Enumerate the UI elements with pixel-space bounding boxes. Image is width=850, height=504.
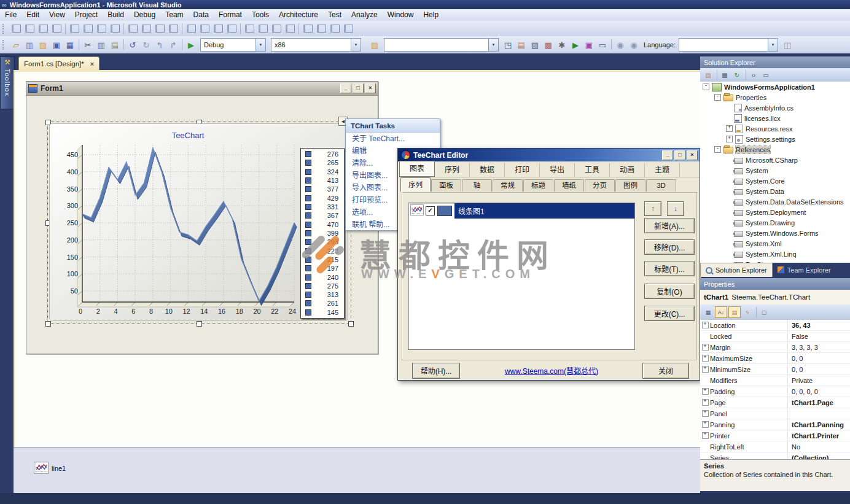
tree-item-system-core[interactable]: System.Core [700,176,850,186]
tree-item-system[interactable]: System [700,165,850,176]
editor-tab-主题[interactable]: 主题 [645,163,680,177]
properties-window-icon[interactable]: ▤ [703,70,714,80]
find-combo[interactable]: ▼ [384,38,499,52]
navigate-forward-icon[interactable]: ↱ [167,39,179,51]
tab-team-explorer[interactable]: Team Explorer [773,263,836,277]
toolbox-tab[interactable]: ⚒ Toolbox [0,56,15,109]
align-rights-icon[interactable] [50,23,63,35]
task-item[interactable]: 关于 TeeChart... [346,133,440,145]
align-to-grid-icon[interactable] [10,23,22,35]
tree-item-microsoft-csharp[interactable]: Microsoft.CSharp [700,155,850,165]
tree-item-references[interactable]: -References [700,144,850,155]
save-icon[interactable]: ▣ [50,39,63,51]
undo-icon[interactable]: ↺ [127,39,139,51]
selection-handle[interactable] [45,321,51,327]
decrease-vertical-spacing-icon[interactable] [257,23,269,35]
solution-platforms-combo[interactable]: x86▼ [271,38,361,52]
properties-window-icon[interactable]: ▤ [515,39,528,51]
steema-link[interactable]: www.Steema.com(慧都总代) [466,365,638,376]
property-row-righttoleft[interactable]: RightToLeftNo [700,441,850,452]
show-all-files-icon[interactable]: ▩ [719,70,730,80]
editor-subtab-序列[interactable]: 序列 [400,177,431,192]
series-color-swatch[interactable] [437,206,452,216]
categorized-icon[interactable]: ▦ [703,307,714,317]
events-icon[interactable]: ϟ [742,307,753,317]
series-visible-checkbox[interactable]: ✓ [426,206,435,215]
center-vertically-icon[interactable] [302,23,314,35]
series-listbox[interactable]: ✓线条图1 [408,203,635,350]
property-row-padding[interactable]: +Padding0, 0, 0, 0 [700,386,850,397]
tab-order-icon[interactable] [342,23,354,35]
tray-item-line1[interactable]: line1 [34,462,66,475]
options-icon[interactable]: ✱ [556,39,568,51]
property-pages-icon[interactable]: ▢ [758,307,770,317]
title-series-button[interactable]: 标题(T)... [644,261,695,276]
navigate-backward-icon[interactable]: ↰ [154,39,166,51]
editor-subtab-图例[interactable]: 图例 [615,179,645,192]
property-row-printer[interactable]: +PrintertChart1.Printer [700,430,850,441]
make-same-height-icon[interactable] [154,23,166,35]
back-icon[interactable]: ◉ [614,39,626,51]
editor-tab-工具[interactable]: 工具 [575,163,610,177]
make-vertical-spacing-equal-icon[interactable] [225,23,238,35]
collapse-icon[interactable]: - [714,146,721,153]
tree-item-system-data[interactable]: System.Data [700,186,850,196]
tab-solution-explorer[interactable]: Solution Explorer [700,263,773,277]
remove-series-button[interactable]: 移除(D)... [644,239,695,255]
tree-item-system-xml-linq[interactable]: System.Xml.Linq [700,249,850,259]
property-row-minimumsize[interactable]: +MinimumSize0, 0 [700,364,850,375]
editor-subtab-3D[interactable]: 3D [646,179,676,192]
tree-item-system-drawing[interactable]: System.Drawing [700,217,850,228]
move-down-button[interactable]: ↓ [667,201,684,216]
close-icon[interactable]: × [365,83,376,93]
save-all-icon[interactable]: ▦ [64,39,76,51]
solution-explorer-icon[interactable]: ▧ [529,39,541,51]
menu-architecture[interactable]: Architecture [274,9,323,21]
paste-icon[interactable]: ▤ [109,39,121,51]
tree-item-assemblyinfo-cs[interactable]: AssemblyInfo.cs [700,103,850,113]
editor-tab-导出[interactable]: 导出 [540,163,575,177]
find-in-files-icon[interactable]: ◳ [502,39,514,51]
document-tab-form1[interactable]: Form1.cs [Design]* × [18,56,99,71]
tree-item-resources-resx[interactable]: +Resources.resx [700,123,850,134]
maximize-icon[interactable]: □ [353,83,364,93]
refresh-icon[interactable]: ↻ [731,70,743,80]
menu-window[interactable]: Window [383,9,419,21]
expand-icon[interactable]: + [702,432,709,439]
send-to-back-icon[interactable] [329,23,341,35]
expand-icon[interactable]: + [702,322,709,328]
expand-icon[interactable]: + [702,399,709,406]
editor-tab-图表[interactable]: 图表 [399,161,435,177]
align-centers-icon[interactable] [37,23,49,35]
maximize-icon[interactable]: □ [674,150,685,160]
make-horizontal-spacing-equal-icon[interactable] [167,23,179,35]
editor-tab-动画[interactable]: 动画 [610,163,645,177]
remove-vertical-spacing-icon[interactable] [270,23,283,35]
menu-test[interactable]: Test [323,9,346,21]
tree-item-windowsformsapplication1[interactable]: -WindowsFormsApplication1 [700,82,850,92]
expand-icon[interactable]: + [702,421,709,428]
editor-subtab-常规[interactable]: 常规 [493,179,523,192]
solution-configurations-combo[interactable]: Debug▼ [200,38,266,52]
property-row-maximumsize[interactable]: +MaximumSize0, 0 [700,353,850,364]
pending-changes-icon[interactable]: ▩ [542,39,555,51]
editor-subtab-标题[interactable]: 标题 [523,179,553,192]
tree-item-licenses-licx[interactable]: licenses.licx [700,113,850,123]
property-row-panel[interactable]: +Panel [700,408,850,419]
language-combo[interactable]: ▼ [679,38,778,52]
start-debug-icon[interactable]: ▶ [185,39,197,51]
move-up-button[interactable]: ↑ [644,201,661,216]
increase-horizontal-spacing-icon[interactable] [185,23,197,35]
tree-item-system-windows-forms[interactable]: System.Windows.Forms [700,228,850,238]
bring-to-front-icon[interactable] [315,23,327,35]
cut-icon[interactable]: ✂ [82,39,94,51]
tree-item-system-deployment[interactable]: System.Deployment [700,207,850,217]
toolbar-grip[interactable] [2,24,7,34]
editor-tab-数据[interactable]: 数据 [470,163,505,177]
collapse-icon[interactable]: - [714,94,721,101]
properties-object-row[interactable]: tChart1 Steema.TeeChart.TChart [700,290,850,305]
editor-subtab-面板[interactable]: 面板 [431,179,461,192]
remove-horizontal-spacing-icon[interactable] [212,23,224,35]
expand-icon[interactable]: + [702,388,709,395]
close-button[interactable]: 关闭 [642,363,689,379]
